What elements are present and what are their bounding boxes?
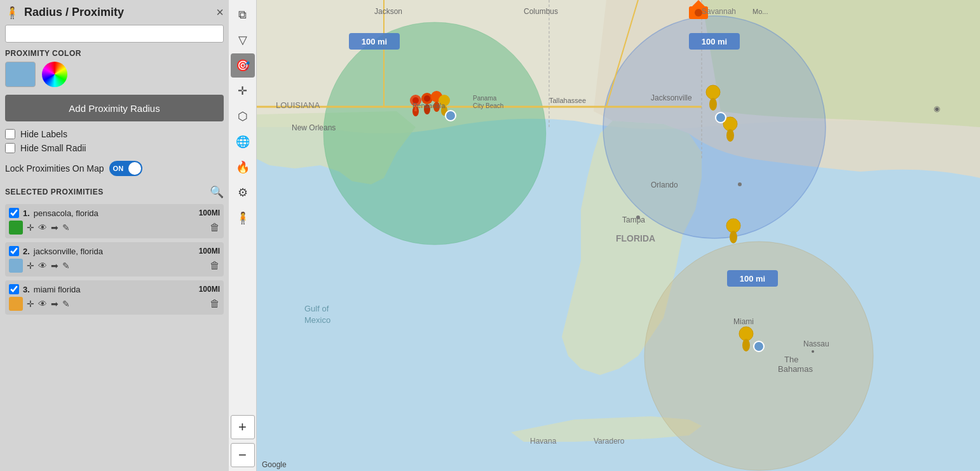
toolbar-person-btn[interactable]: 🧍 [231,206,255,230]
add-radius-button[interactable]: Add Proximity Radius [5,95,224,121]
svg-point-55 [812,350,814,353]
proximity-tool-icon[interactable]: ✎ [62,261,70,271]
proximity-delete-button[interactable]: 🗑 [210,222,220,233]
search-input[interactable] [5,25,224,43]
svg-text:Tampa: Tampa [622,215,645,224]
proximity-color-dot[interactable] [9,297,23,311]
proximity-tool-icon[interactable]: ✛ [27,299,34,309]
svg-text:The: The [784,355,798,364]
svg-text:Gulf of: Gulf of [304,304,329,313]
svg-text:LOUISIANA: LOUISIANA [276,100,320,110]
svg-text:100 mi: 100 mi [362,37,387,46]
svg-text:100 mi: 100 mi [702,37,727,46]
proximity-color-dot[interactable] [9,259,23,273]
proximity-delete-button[interactable]: 🗑 [210,298,220,310]
svg-text:Pensacola: Pensacola [412,102,446,109]
svg-text:Panama: Panama [473,95,497,102]
svg-point-28 [742,339,750,352]
hide-small-radii-checkbox[interactable] [5,143,15,153]
proximity-top-row: 3.miami florida100MI [9,284,220,294]
proximity-search-button[interactable]: 🔍 [210,185,224,199]
toolbar-filter-btn[interactable]: ▽ [231,28,255,52]
svg-point-13 [424,95,430,102]
selected-proximities-label: SELECTED PROXIMITIES [5,188,104,196]
svg-point-20 [706,85,720,99]
proximity-item: 1.pensacola, florida100MI✛👁➡✎🗑 [5,204,224,238]
svg-point-23 [726,129,734,142]
lock-toggle[interactable]: ON [109,161,142,176]
toolbar-copy-btn[interactable]: ⧉ [231,3,255,27]
proximity-list: 1.pensacola, florida100MI✛👁➡✎🗑2.jacksonv… [5,204,224,318]
proximity-name: miami florida [34,285,195,294]
map-svg: 100 mi 100 mi 100 mi LOUISIANA New Orlea… [257,0,980,471]
proximity-tool-icon[interactable]: 👁 [38,299,47,309]
proximity-tools-row: ✛👁➡✎🗑 [9,221,220,235]
svg-text:Orlando: Orlando [651,181,678,189]
color-row [5,62,224,87]
svg-text:Miami: Miami [733,317,754,326]
proximity-tool-icon[interactable]: ✛ [27,222,34,233]
proximity-tool-icon[interactable]: ➡ [51,261,58,271]
hide-labels-checkbox[interactable] [5,129,15,139]
svg-text:Bahamas: Bahamas [778,364,813,374]
proximity-tool-icon[interactable]: 👁 [38,222,47,233]
svg-text:100 mi: 100 mi [740,274,765,283]
proximity-color-dot[interactable] [9,221,23,235]
proximity-tool-icon[interactable]: ➡ [51,299,58,309]
svg-text:Mo...: Mo... [752,8,768,15]
toggle-label: ON [109,165,124,172]
toolbar-plus-btn[interactable]: ✛ [231,79,255,103]
panel-header: 🧍 Radius / Proximity × [5,5,224,20]
color-wheel[interactable] [42,62,67,87]
zoom-out-button[interactable]: − [231,443,255,467]
proximity-tool-icon[interactable]: ✎ [62,299,70,309]
svg-text:FLORIDA: FLORIDA [616,233,655,243]
svg-text:Nassau: Nassau [803,339,829,348]
panel-title: 🧍 Radius / Proximity [5,6,124,20]
svg-text:New Orleans: New Orleans [292,123,336,132]
proximity-delete-button[interactable]: 🗑 [210,260,220,271]
svg-text:Jacksonville: Jacksonville [651,93,692,102]
proximity-checkbox[interactable] [9,246,19,256]
svg-text:Jackson: Jackson [374,7,402,16]
proximity-checkbox[interactable] [9,284,19,294]
proximity-tool-icon[interactable]: 👁 [38,261,47,271]
svg-text:Varadero: Varadero [594,437,625,446]
proximity-tools-row: ✛👁➡✎🗑 [9,259,220,273]
toolbar-polygon-btn[interactable]: ⬡ [231,104,255,128]
map-area[interactable]: 100 mi 100 mi 100 mi LOUISIANA New Orlea… [257,0,980,471]
svg-point-1 [323,22,546,245]
svg-text:Savannah: Savannah [702,7,736,16]
selected-proximities-header: SELECTED PROXIMITIES 🔍 [5,185,224,199]
hide-small-radii-row: Hide Small Radii [5,143,224,153]
toolbar-fire-btn[interactable]: 🔥 [231,155,255,179]
proximity-tool-icon[interactable]: ➡ [51,222,58,233]
svg-point-19 [446,111,456,121]
proximity-name: pensacola, florida [34,208,195,218]
svg-text:Havana: Havana [530,437,557,446]
panel-title-text: Radius / Proximity [24,6,124,19]
svg-point-24 [716,113,726,123]
svg-text:Tallahassee: Tallahassee [549,97,586,104]
svg-text:Mexico: Mexico [304,315,330,325]
svg-text:Google: Google [262,460,287,469]
zoom-in-button[interactable]: + [231,415,255,439]
toolbar-dots-btn[interactable]: ⚙ [231,181,255,205]
svg-text:◉: ◉ [934,104,940,113]
svg-point-64 [636,215,640,219]
proximity-number: 1. [23,208,30,218]
close-button[interactable]: × [216,5,224,20]
svg-text:City Beach: City Beach [473,102,503,109]
proximity-color-label: PROXIMITY COLOR [5,49,224,58]
proximity-tool-icon[interactable]: ✛ [27,261,34,271]
toolbar-proximity-btn[interactable]: 🎯 [231,53,255,78]
color-swatch[interactable] [5,62,36,87]
proximity-miles: 100MI [199,208,220,217]
proximity-item: 2.jacksonville, florida100MI✛👁➡✎🗑 [5,242,224,276]
proximity-tool-icon[interactable]: ✎ [62,222,70,233]
proximity-tools-row: ✛👁➡✎🗑 [9,297,220,311]
toolbar-globe-btn[interactable]: 🌐 [231,130,255,154]
proximity-miles: 100MI [199,247,220,256]
proximity-checkbox[interactable] [9,208,19,218]
proximity-top-row: 1.pensacola, florida100MI [9,208,220,218]
